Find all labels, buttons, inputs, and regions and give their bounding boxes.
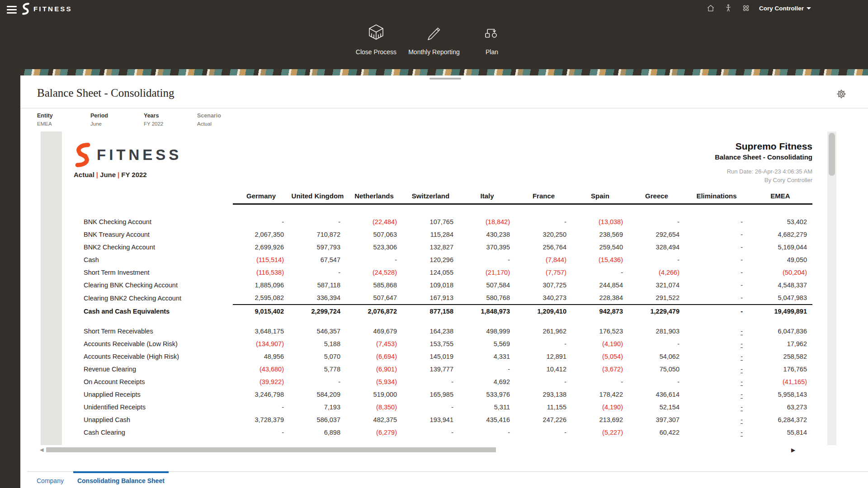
report-logo: FITNESS bbox=[73, 143, 182, 167]
cell: 5,188 bbox=[289, 338, 346, 350]
cell: 178,422 bbox=[572, 388, 628, 401]
cell: (5,227) bbox=[572, 426, 628, 439]
cell: 6,047,836 bbox=[748, 325, 812, 338]
cell: - bbox=[515, 216, 572, 228]
cell: - bbox=[685, 375, 748, 388]
cell: (41,165) bbox=[748, 375, 812, 388]
row-label: Cash bbox=[84, 253, 233, 266]
decorative-pattern-banner bbox=[20, 69, 868, 75]
pov-scenario[interactable]: Scenario Actual bbox=[197, 113, 250, 127]
vertical-scrollbar[interactable] bbox=[827, 131, 836, 445]
pov-value: EMEA bbox=[37, 121, 90, 127]
cell: 320,250 bbox=[515, 228, 572, 241]
hamburger-menu-icon[interactable] bbox=[7, 6, 17, 14]
nav-item-plan[interactable]: Plan bbox=[465, 23, 519, 56]
cell: 469,679 bbox=[346, 325, 402, 338]
horizontal-scrollbar-thumb[interactable] bbox=[46, 447, 496, 452]
row-label: Unidentified Receipts bbox=[84, 401, 233, 413]
cell: (6,279) bbox=[346, 426, 402, 439]
panel-drag-handle[interactable] bbox=[429, 78, 461, 80]
home-icon[interactable] bbox=[706, 4, 715, 13]
cell: 115,284 bbox=[402, 228, 459, 241]
cell: 12,891 bbox=[515, 350, 572, 363]
cell: - bbox=[685, 338, 748, 350]
cell: - bbox=[459, 426, 515, 439]
cell: 165,985 bbox=[402, 388, 459, 401]
cell: 228,384 bbox=[572, 291, 628, 305]
scroll-right-arrow-icon[interactable]: ▶ bbox=[791, 447, 795, 453]
pov-years[interactable]: Years FY 2022 bbox=[144, 113, 196, 127]
table-row: Clearing BNK Checking Account1,885,09658… bbox=[84, 279, 812, 291]
cell: - bbox=[233, 216, 289, 228]
table-row: Unapplied Receipts3,246,798584,209519,00… bbox=[84, 388, 812, 401]
nav-item-close-process[interactable]: Close Process bbox=[349, 23, 403, 56]
cell: 258,582 bbox=[748, 350, 812, 363]
cell: 132,827 bbox=[402, 241, 459, 253]
row-label: Accounts Receivable (High Risk) bbox=[84, 350, 233, 363]
report-table: GermanyUnited KingdomNetherlandsSwitzerl… bbox=[84, 192, 812, 439]
pov-entity[interactable]: Entity EMEA bbox=[37, 113, 90, 127]
app-grid-icon[interactable] bbox=[741, 4, 750, 13]
user-name: Cory Controller bbox=[759, 5, 804, 12]
cell: - bbox=[402, 401, 459, 413]
cell: (5,054) bbox=[572, 350, 628, 363]
cell: - bbox=[685, 350, 748, 363]
vertical-scrollbar-thumb[interactable] bbox=[829, 133, 835, 176]
row-label: Unapplied Receipts bbox=[84, 388, 233, 401]
cell: 291,522 bbox=[628, 291, 685, 305]
cell: - bbox=[685, 279, 748, 291]
pov-value: June bbox=[90, 121, 143, 127]
cell: (21,170) bbox=[459, 266, 515, 279]
table-row: BNK Treasury Account2,067,350710,872507,… bbox=[84, 228, 812, 241]
column-header: Greece bbox=[628, 192, 685, 204]
cell: 1,848,973 bbox=[459, 305, 515, 318]
cell: 307,725 bbox=[515, 279, 572, 291]
cell: 4,692 bbox=[459, 375, 515, 388]
column-header: EMEA bbox=[748, 192, 812, 204]
table-row: Short Term Investment(116,538)-(24,528)1… bbox=[84, 266, 812, 279]
cell: 75,050 bbox=[628, 363, 685, 375]
chevron-down-icon bbox=[807, 7, 811, 9]
cell: 877,158 bbox=[402, 305, 459, 318]
cell: - bbox=[685, 426, 748, 439]
cell: 281,903 bbox=[628, 325, 685, 338]
row-label: BNK Checking Account bbox=[84, 216, 233, 228]
scroll-left-arrow-icon[interactable]: ◀ bbox=[40, 447, 43, 453]
report-left-gutter bbox=[41, 131, 62, 445]
cell: 3,648,175 bbox=[233, 325, 289, 338]
cell: 176,523 bbox=[572, 325, 628, 338]
horizontal-scrollbar[interactable]: ◀ bbox=[40, 446, 837, 453]
user-menu[interactable]: Cory Controller bbox=[759, 5, 811, 12]
table-row: Revenue Clearing(43,680)5,778(6,901)139,… bbox=[84, 363, 812, 375]
cell: (22,484) bbox=[346, 216, 402, 228]
cell: 213,692 bbox=[572, 413, 628, 426]
page-settings-gear-icon[interactable] bbox=[836, 89, 847, 99]
pencil-icon bbox=[424, 23, 444, 43]
cell: (15,436) bbox=[572, 253, 628, 266]
cell: 942,873 bbox=[572, 305, 628, 318]
cell: 63,273 bbox=[748, 401, 812, 413]
table-row: Unidentified Receipts-7,193(8,350)-5,311… bbox=[84, 401, 812, 413]
table-row: BNK2 Checking Account2,699,926597,793523… bbox=[84, 241, 812, 253]
report-title: Balance Sheet - Consolidating bbox=[715, 153, 812, 161]
tab-consolidating-balance-sheet[interactable]: Consolidating Balance Sheet bbox=[73, 471, 169, 488]
pov-period[interactable]: Period June bbox=[90, 113, 143, 127]
column-header: Eliminations bbox=[685, 192, 748, 204]
cell: - bbox=[685, 388, 748, 401]
cell: 54,062 bbox=[628, 350, 685, 363]
report-run-by: By Cory Controller bbox=[715, 177, 812, 183]
cell: 60,422 bbox=[628, 426, 685, 439]
cell: - bbox=[289, 375, 346, 388]
accessibility-icon[interactable] bbox=[724, 4, 733, 13]
cell: - bbox=[685, 291, 748, 305]
cell: 3,246,798 bbox=[233, 388, 289, 401]
tab-company[interactable]: Company bbox=[33, 471, 68, 488]
column-header: United Kingdom bbox=[289, 192, 346, 204]
cell: (39,922) bbox=[233, 375, 289, 388]
cell: 120,296 bbox=[402, 253, 459, 266]
cell: (7,453) bbox=[346, 338, 402, 350]
cell: 397,307 bbox=[628, 413, 685, 426]
cell: 67,547 bbox=[289, 253, 346, 266]
column-header: Italy bbox=[459, 192, 515, 204]
nav-item-monthly-reporting[interactable]: Monthly Reporting bbox=[407, 23, 461, 56]
